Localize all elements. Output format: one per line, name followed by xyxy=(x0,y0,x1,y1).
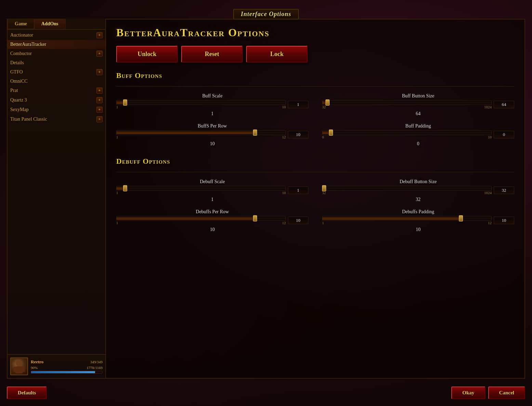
debuffs-per-row-slider-row: 1 12 xyxy=(116,216,308,225)
buff-section-header: Buff Options xyxy=(116,71,514,80)
debuff-section-header: Debuff Options xyxy=(116,157,514,166)
character-hp: 349/349 xyxy=(90,360,103,364)
buffs-per-row-label: BuffS Per Row xyxy=(116,123,308,129)
addon-item-quartz3[interactable]: Quartz 3 + xyxy=(8,95,105,105)
debuff-scale-group: Debuff Scale 1 10 xyxy=(116,179,308,202)
svg-rect-1 xyxy=(15,366,23,373)
okay-button[interactable]: Okay xyxy=(451,387,486,399)
debuffs-per-row-input[interactable] xyxy=(288,217,308,224)
debuff-button-size-label: Debuff Button Size xyxy=(322,179,514,185)
sidebar: Game AddOns Auctionator + BetterAuraTrac… xyxy=(7,19,106,379)
character-info: Reetro 349/349 90% 1778/1169 xyxy=(8,354,105,378)
addon-item-combuctor[interactable]: Combuctor + xyxy=(8,49,105,58)
bottom-bar: Defaults Okay Cancel xyxy=(7,387,525,399)
addon-item-gtfo[interactable]: GTFO + xyxy=(8,67,105,77)
xp-percent: 90% xyxy=(31,366,38,370)
buff-padding-slider[interactable]: 0 10 xyxy=(322,130,492,139)
debuff-button-size-slider-row: 32 1024 xyxy=(322,186,514,195)
debuff-scale-slider[interactable]: 1 10 xyxy=(116,186,286,195)
buff-scale-label: Buff Scale xyxy=(116,93,308,99)
svg-rect-2 xyxy=(13,367,16,372)
title-bar: Interface Options xyxy=(137,8,395,22)
buff-button-size-group: Buff Button Size 32 1024 xyxy=(322,93,514,117)
addon-expand-titanpanelclassic[interactable]: + xyxy=(96,116,103,122)
reset-button[interactable]: Reset xyxy=(181,46,243,63)
addon-item-titanpanelclassic[interactable]: Titan Panel Classic + xyxy=(8,114,105,124)
debuff-options-grid: Debuff Scale 1 10 xyxy=(116,179,514,232)
buffs-per-row-input[interactable] xyxy=(288,131,308,138)
addon-item-details[interactable]: Details xyxy=(8,58,105,67)
debuffs-padding-group: Debuffs Padding 1 12 xyxy=(322,209,514,232)
debuff-scale-slider-row: 1 10 xyxy=(116,186,308,195)
panel-title: BetterAuraTracker Options xyxy=(116,26,514,39)
buff-scale-value: 1 xyxy=(116,111,308,117)
cancel-button[interactable]: Cancel xyxy=(488,387,525,399)
debuff-scale-input[interactable] xyxy=(288,187,308,194)
buff-scale-slider[interactable]: 1 10 xyxy=(116,100,286,109)
bottom-right-buttons: Okay Cancel xyxy=(451,387,525,399)
addon-expand-gtfo[interactable]: + xyxy=(96,69,103,75)
buff-button-size-slider-row: 32 1024 xyxy=(322,100,514,109)
addon-expand-auctionator[interactable]: + xyxy=(96,32,103,38)
buff-padding-group: Buff Padding 0 10 xyxy=(322,123,514,147)
debuff-button-size-value: 32 xyxy=(322,197,514,202)
tab-game[interactable]: Game xyxy=(8,19,34,29)
debuffs-padding-value: 10 xyxy=(322,227,514,232)
addon-expand-quartz3[interactable]: + xyxy=(96,97,103,103)
svg-point-0 xyxy=(16,360,22,367)
debuffs-padding-slider[interactable]: 1 12 xyxy=(322,216,492,225)
addon-expand-prat[interactable]: + xyxy=(96,87,103,94)
buff-scale-slider-row: 1 10 xyxy=(116,100,308,109)
debuffs-per-row-group: Debuffs Per Row 1 12 xyxy=(116,209,308,232)
buff-scale-group: Buff Scale 1 10 xyxy=(116,93,308,117)
buff-padding-label: Buff Padding xyxy=(322,123,514,129)
buff-scale-input[interactable] xyxy=(288,101,308,108)
debuffs-per-row-label: Debuffs Per Row xyxy=(116,209,308,215)
addon-item-betterauratracker[interactable]: BetterAuraTracker xyxy=(8,40,105,49)
buff-button-size-label: Buff Button Size xyxy=(322,93,514,99)
unlock-button[interactable]: Unlock xyxy=(116,46,178,63)
main-panel: BetterAuraTracker Options Unlock Reset L… xyxy=(106,19,525,379)
addon-list: Auctionator + BetterAuraTracker Combucto… xyxy=(8,30,105,354)
debuff-scale-label: Debuff Scale xyxy=(116,179,308,185)
window-title: Interface Options xyxy=(233,9,299,19)
defaults-button[interactable]: Defaults xyxy=(7,387,47,399)
character-avatar xyxy=(10,357,28,375)
xp-fill xyxy=(31,371,95,373)
buffs-per-row-slider[interactable]: 1 12 xyxy=(116,130,286,139)
xp-value: 1778/1169 xyxy=(87,366,103,370)
buffs-per-row-value: 10 xyxy=(116,141,308,147)
tab-addons[interactable]: AddOns xyxy=(34,19,66,29)
buff-button-size-input[interactable] xyxy=(494,101,514,108)
debuffs-per-row-value: 10 xyxy=(116,227,308,232)
debuff-button-size-group: Debuff Button Size 32 1024 xyxy=(322,179,514,202)
addon-expand-sexymap[interactable]: + xyxy=(96,107,103,113)
debuffs-padding-label: Debuffs Padding xyxy=(322,209,514,215)
addon-item-prat[interactable]: Prat + xyxy=(8,86,105,95)
addon-expand-combuctor[interactable]: + xyxy=(96,51,103,57)
buff-padding-value: 0 xyxy=(322,141,514,147)
debuff-button-size-slider[interactable]: 32 1024 xyxy=(322,186,492,195)
buff-options-grid: Buff Scale 1 10 xyxy=(116,93,514,147)
debuffs-padding-slider-row: 1 12 xyxy=(322,216,514,225)
buff-button-size-slider[interactable]: 32 1024 xyxy=(322,100,492,109)
addon-item-sexymap[interactable]: SexyMap + xyxy=(8,105,105,114)
character-name: Reetro xyxy=(31,359,43,365)
addon-item-omnicc[interactable]: OmniCC xyxy=(8,77,105,86)
debuffs-per-row-slider[interactable]: 1 12 xyxy=(116,216,286,225)
svg-rect-3 xyxy=(22,367,25,372)
debuffs-padding-input[interactable] xyxy=(494,217,514,224)
buff-divider xyxy=(116,86,514,86)
lock-button[interactable]: Lock xyxy=(246,46,308,63)
buff-padding-input[interactable] xyxy=(494,131,514,138)
debuff-divider xyxy=(116,172,514,172)
debuff-scale-value: 1 xyxy=(116,197,308,202)
addon-item-auctionator[interactable]: Auctionator + xyxy=(8,30,105,40)
action-buttons: Unlock Reset Lock xyxy=(116,46,514,63)
debuff-button-size-input[interactable] xyxy=(494,187,514,194)
buff-button-size-value: 64 xyxy=(322,111,514,117)
buffs-per-row-slider-row: 1 12 xyxy=(116,130,308,139)
character-details: Reetro 349/349 90% 1778/1169 xyxy=(31,359,103,374)
buffs-per-row-group: BuffS Per Row 1 12 xyxy=(116,123,308,147)
buff-padding-slider-row: 0 10 xyxy=(322,130,514,139)
